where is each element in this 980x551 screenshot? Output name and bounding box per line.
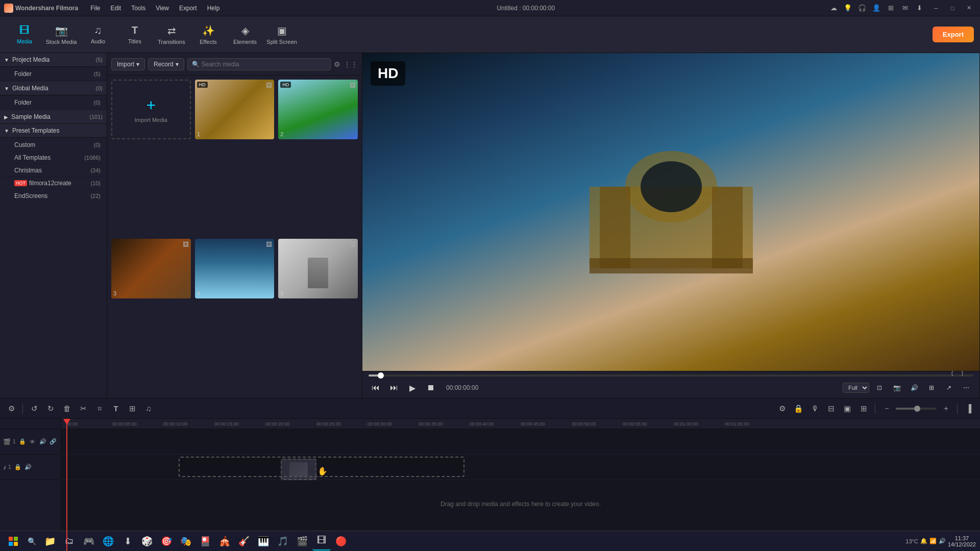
taskbar-app-5[interactable]: 🎲: [138, 532, 156, 550]
grid-view-icon[interactable]: ⋮⋮: [344, 60, 358, 68]
taskbar-app-9[interactable]: 🎪: [215, 532, 234, 550]
start-button[interactable]: [4, 532, 22, 550]
taskbar-app-2[interactable]: 🎮: [80, 532, 98, 550]
taskbar-app-14[interactable]: 🔴: [332, 532, 350, 550]
track-hide-icon[interactable]: 👁: [28, 437, 37, 446]
adjust-button[interactable]: ⊞: [125, 402, 139, 416]
taskbar-clock[interactable]: 11:37 14/12/2022: [948, 535, 976, 547]
timeline-tool2[interactable]: 🔒: [791, 402, 805, 416]
sidebar-item-all-templates[interactable]: All Templates (1086): [0, 152, 107, 164]
settings-preview-button[interactable]: ⋯: [959, 381, 973, 395]
menu-tools[interactable]: Tools: [127, 4, 150, 13]
track-audio-lock-icon[interactable]: 🔒: [13, 463, 22, 472]
text-button[interactable]: T: [109, 402, 123, 416]
volume-button[interactable]: 🔊: [907, 381, 921, 395]
taskbar-app-1[interactable]: 🗂: [60, 532, 79, 550]
toolbar-stock-media[interactable]: 📷 Stock Media: [43, 17, 80, 52]
track-mute-video-icon[interactable]: 🔊: [38, 437, 47, 446]
delete-button[interactable]: 🗑: [60, 402, 74, 416]
cut-button[interactable]: ✂: [76, 402, 90, 416]
taskbar-app-filmora[interactable]: 🎞: [312, 532, 331, 550]
taskbar-app-13[interactable]: 🎬: [293, 532, 311, 550]
export-button[interactable]: Export: [933, 27, 974, 42]
scrubber-handle[interactable]: [378, 372, 384, 379]
track-link-icon[interactable]: 🔗: [48, 437, 58, 446]
skip-back-button[interactable]: ⏮: [369, 381, 383, 395]
media-item-2[interactable]: HD 🖼 2: [278, 80, 358, 139]
taskbar-search-button[interactable]: 🔍: [23, 533, 40, 549]
video-track-lane[interactable]: [61, 429, 980, 455]
timeline-tool6[interactable]: ⊞: [856, 402, 871, 416]
export-frame-button[interactable]: ↗: [942, 381, 956, 395]
taskbar-speaker-icon[interactable]: 🔊: [939, 538, 946, 544]
search-input[interactable]: [202, 61, 326, 68]
toolbar-audio[interactable]: ♫ Audio: [80, 17, 116, 52]
screenshot-button[interactable]: 📷: [890, 381, 904, 395]
fullscreen-button[interactable]: ⊞: [924, 381, 939, 395]
import-button[interactable]: Import ▾: [111, 58, 145, 70]
record-button[interactable]: Record ▾: [148, 58, 184, 70]
sidebar-item-christmas[interactable]: Christmas (34): [0, 164, 107, 177]
maximize-button[interactable]: □: [945, 3, 960, 14]
minimize-button[interactable]: ─: [929, 3, 943, 14]
timeline-tool4[interactable]: ⊟: [824, 402, 838, 416]
timeline-scrubber[interactable]: { }: [369, 374, 973, 377]
taskbar-app-3[interactable]: 🌐: [99, 532, 117, 550]
track-audio-mute-icon[interactable]: 🔊: [23, 463, 33, 472]
menu-export[interactable]: Export: [175, 4, 201, 13]
frame-back-button[interactable]: ⏭: [387, 381, 401, 395]
import-media-placeholder[interactable]: + Import Media: [111, 80, 191, 139]
filter-icon[interactable]: ⚙: [334, 60, 340, 68]
download-icon[interactable]: ⬇: [914, 3, 925, 14]
cloud-icon[interactable]: ☁: [828, 3, 839, 14]
sidebar-header-preset-templates[interactable]: ▼ Preset Templates: [0, 124, 107, 138]
stop-button[interactable]: ⏹: [424, 381, 438, 395]
undo-button[interactable]: ↺: [27, 402, 41, 416]
menu-edit[interactable]: Edit: [106, 4, 125, 13]
layout-icon[interactable]: ⊞: [885, 3, 896, 14]
timeline-tool3[interactable]: 🎙: [807, 402, 822, 416]
zoom-in-button[interactable]: ＋: [939, 402, 953, 416]
taskbar-app-11[interactable]: 🎹: [254, 532, 273, 550]
toolbar-transitions[interactable]: ⇄ Transitions: [153, 17, 190, 52]
fit-screen-button[interactable]: ⊡: [872, 381, 887, 395]
media-item-5[interactable]: 🖼 5: [278, 239, 358, 298]
toolbar-elements[interactable]: ◈ Elements: [227, 17, 263, 52]
toolbar-effects[interactable]: ✨ Effects: [190, 17, 227, 52]
taskbar-app-6[interactable]: 🎯: [157, 532, 176, 550]
sidebar-item-folder[interactable]: Folder (5): [0, 68, 107, 81]
sidebar-item-endscreens[interactable]: EndScreens (22): [0, 190, 107, 203]
taskbar-app-10[interactable]: 🎸: [235, 532, 253, 550]
crop-button[interactable]: ⌗: [92, 402, 107, 416]
quality-select[interactable]: Full 1/2 1/4: [843, 383, 869, 393]
track-lock-icon[interactable]: 🔒: [18, 437, 27, 446]
sidebar-item-custom[interactable]: Custom (0): [0, 139, 107, 152]
headset-icon[interactable]: 🎧: [856, 3, 868, 14]
redo-button[interactable]: ↻: [43, 402, 58, 416]
avatar-icon[interactable]: 👤: [871, 3, 882, 14]
taskbar-wifi-icon[interactable]: 📶: [929, 538, 937, 544]
close-button[interactable]: ✕: [962, 3, 976, 14]
taskbar-app-7[interactable]: 🎭: [177, 532, 195, 550]
taskbar-app-files[interactable]: 📁: [41, 532, 59, 550]
sidebar-header-sample-media[interactable]: ▶ Sample Media (101): [0, 110, 107, 124]
sidebar-item-filmora12create[interactable]: filmora12create (10): [0, 177, 107, 190]
lightbulb-icon[interactable]: 💡: [842, 3, 853, 14]
timeline-tool5[interactable]: ▣: [840, 402, 854, 416]
sidebar-header-project-media[interactable]: ▼ Project Media (5): [0, 53, 107, 67]
timeline-tool1[interactable]: ⚙: [775, 402, 789, 416]
taskbar-app-8[interactable]: 🎴: [196, 532, 214, 550]
taskbar-app-4[interactable]: ⬇: [118, 532, 137, 550]
menu-file[interactable]: File: [86, 4, 104, 13]
menu-view[interactable]: View: [152, 4, 173, 13]
menu-help[interactable]: Help: [203, 4, 224, 13]
toolbar-split-screen[interactable]: ▣ Split Screen: [263, 17, 300, 52]
taskbar-notifications-icon[interactable]: 🔔: [920, 538, 927, 544]
mail-icon[interactable]: ✉: [899, 3, 911, 14]
taskbar-app-12[interactable]: 🎵: [274, 532, 292, 550]
media-item-1[interactable]: HD 🖼 1: [195, 80, 275, 139]
play-button[interactable]: ▶: [405, 381, 420, 395]
media-item-4[interactable]: 🖼 4: [195, 239, 275, 298]
sidebar-item-folder-global[interactable]: Folder (0): [0, 96, 107, 109]
audio-timeline-button[interactable]: ♫: [141, 402, 156, 416]
